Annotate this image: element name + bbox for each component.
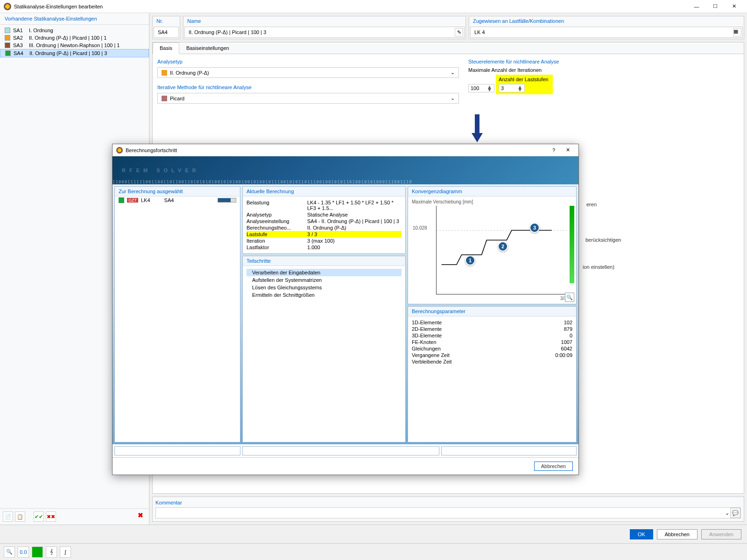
cancel-button[interactable]: Abbrechen	[657, 529, 698, 539]
chart-zoom-button[interactable]: 🔍	[565, 293, 574, 302]
spinner-icons[interactable]: ▲▼	[487, 85, 492, 91]
comment-label: Kommentar	[155, 500, 741, 505]
sa-list-row[interactable]: SA3 III. Ordnung | Newton-Raphson | 100 …	[0, 42, 149, 49]
load-steps-input[interactable]: 3 ▲▼	[499, 84, 525, 92]
nr-label: Nr.	[153, 16, 180, 26]
analysis-type-swatch	[162, 70, 167, 76]
selected-panel: Zur Berechnung ausgewählt GZT LK4 SA4	[114, 186, 240, 442]
comment-input[interactable]: ⌄ 💬	[155, 507, 741, 518]
chevron-down-icon: ⌄	[725, 510, 729, 516]
max-iter-input[interactable]: 100 ▲▼	[468, 84, 494, 92]
banner-bits: 1100011111100110011011001101010101001010…	[113, 180, 578, 184]
assign-label: Zugewiesen an Lastfälle/Kombinationen	[469, 16, 744, 26]
dialog-cancel-button[interactable]: Abbrechen	[534, 462, 573, 471]
spinner-icons[interactable]: ▲▼	[517, 85, 522, 91]
existing-settings-header: Vorhandene Statikanalyse-Einstellungen	[0, 13, 149, 25]
dialog-banner: RFEM SOLVER 1100011111100110011011001101…	[113, 156, 578, 184]
param-key: 2D-Elemente	[412, 326, 442, 332]
help-button[interactable]: ?	[547, 147, 561, 153]
load-steps-value: 3	[501, 85, 504, 91]
chart-marker-2: 2	[498, 241, 508, 252]
progress-left	[114, 446, 240, 455]
nr-value: SA4	[154, 27, 179, 38]
comment-pick-button[interactable]: 💬	[730, 508, 740, 518]
name-edit-icon[interactable]: ✎	[455, 28, 463, 36]
dialog-icon	[116, 147, 123, 154]
maximize-button[interactable]: ☐	[706, 0, 725, 13]
params-header: Berechnungsparameter	[408, 307, 576, 316]
max-iter-value: 100	[471, 85, 479, 91]
calc-key: Berechnungstheo...	[247, 225, 307, 231]
name-label: Name	[183, 16, 465, 26]
step-item: Ermitteln der Schnittgrößen	[247, 291, 402, 299]
delete-button[interactable]: ✖	[138, 511, 143, 522]
selected-header: Zur Berechnung ausgewählt	[115, 187, 240, 196]
progress-dialog: Berechnungsfortschritt ? ✕ RFEM SOLVER 1…	[112, 144, 579, 475]
param-row: Vergangene Zeit0:00:09	[412, 352, 572, 358]
param-key: FE-Knoten	[412, 339, 437, 345]
minimize-button[interactable]: —	[687, 0, 706, 13]
bottom-bar: OK Abbrechen Anwenden	[0, 525, 747, 543]
analysis-type-dropdown[interactable]: II. Ordnung (P-Δ) ⌄	[157, 67, 459, 78]
calc-key: Analysetyp	[247, 212, 307, 217]
uncheck-button[interactable]: ✖✖	[46, 511, 56, 522]
app-icon	[4, 3, 11, 10]
copy-button[interactable]: 📋	[15, 511, 25, 522]
sa-id: SA4	[14, 50, 27, 56]
assign-edit-icon[interactable]: ▦	[733, 28, 741, 36]
calc-row: Berechnungstheo...II. Ordnung (P-Δ)	[247, 224, 402, 231]
row-lk: LK4	[141, 197, 150, 203]
swatch-icon	[5, 50, 11, 56]
calc-val: Statische Analyse	[307, 212, 402, 217]
param-val: 0:00:09	[555, 352, 572, 358]
calc-row: Iteration3 (max 100)	[247, 238, 402, 244]
assign-text: LK 4	[474, 29, 485, 35]
param-val: 0	[570, 333, 572, 338]
comment-block: Kommentar ⌄ 💬	[152, 497, 744, 522]
status-btn-2[interactable]: 0.0	[18, 546, 29, 558]
new-button[interactable]: 📄	[3, 511, 13, 522]
tab-basiseinstellungen[interactable]: Basiseinstellungen	[179, 42, 236, 54]
name-block: Name II. Ordnung (P-Δ) | Picard | 100 | …	[183, 16, 466, 39]
param-row: 2D-Elemente879	[412, 326, 572, 332]
peek-text: ion einstellen)	[583, 264, 614, 270]
analysis-type-label: Analysetyp	[157, 59, 459, 64]
apply-button[interactable]: Anwenden	[701, 529, 741, 539]
dialog-close-button[interactable]: ✕	[561, 147, 575, 153]
sa-list-row[interactable]: SA4 II. Ordnung (P-Δ) | Picard | 100 | 3	[0, 49, 149, 57]
chart-marker-3: 3	[529, 223, 540, 233]
assign-input[interactable]: LK 4 ▦	[470, 27, 743, 38]
sa-list-row[interactable]: SA2 II. Ordnung (P-Δ) | Picard | 100 | 1	[0, 34, 149, 42]
iter-method-dropdown[interactable]: Picard ⌄	[157, 93, 459, 104]
calc-header: Aktuelle Berechnung	[243, 187, 405, 196]
peek-text: berücksichtigen	[585, 237, 621, 243]
sa-name: II. Ordnung (P-Δ) | Picard | 100 | 3	[29, 50, 144, 56]
ok-button[interactable]: OK	[630, 529, 653, 539]
check-button[interactable]: ✔✔	[34, 511, 44, 522]
calc-key: Iteration	[247, 238, 307, 244]
sa-id: SA2	[13, 35, 26, 41]
step-item: Aufstellen der Systemmatrizen	[247, 276, 402, 284]
calc-key: Laststufe	[247, 231, 307, 237]
peek-text: eren	[586, 202, 597, 207]
row-tag: GZT	[127, 198, 138, 203]
param-key: 3D-Elemente	[412, 333, 442, 338]
tab-basis[interactable]: Basis	[153, 42, 179, 54]
status-btn-4[interactable]: 𝄞	[46, 546, 57, 558]
param-val: 6042	[561, 346, 572, 351]
name-input[interactable]: II. Ordnung (P-Δ) | Picard | 100 | 3 ✎	[184, 27, 465, 38]
close-button[interactable]: ✕	[725, 0, 743, 13]
status-search-icon[interactable]: 🔍	[4, 546, 15, 558]
analysis-type-value: II. Ordnung (P-Δ)	[170, 70, 209, 76]
status-btn-3[interactable]	[32, 546, 43, 558]
step-item: Lösen des Gleichungssystems	[247, 284, 402, 291]
sa-list-row[interactable]: SA1 I. Ordnung	[0, 27, 149, 34]
y-tick: 10.028	[413, 225, 427, 231]
chart-subtitle: Maximale Verschiebung [mm]	[412, 199, 473, 204]
row-progress-bar	[218, 198, 236, 203]
name-text: II. Ordnung (P-Δ) | Picard | 100 | 3	[189, 29, 266, 35]
controls-header: Steuerelemente für nichtlineare Analyse	[468, 59, 739, 64]
sa-name: III. Ordnung | Newton-Raphson | 100 | 1	[29, 42, 144, 48]
status-btn-5[interactable]: ∫	[60, 546, 71, 558]
chevron-down-icon: ⌄	[451, 70, 455, 76]
